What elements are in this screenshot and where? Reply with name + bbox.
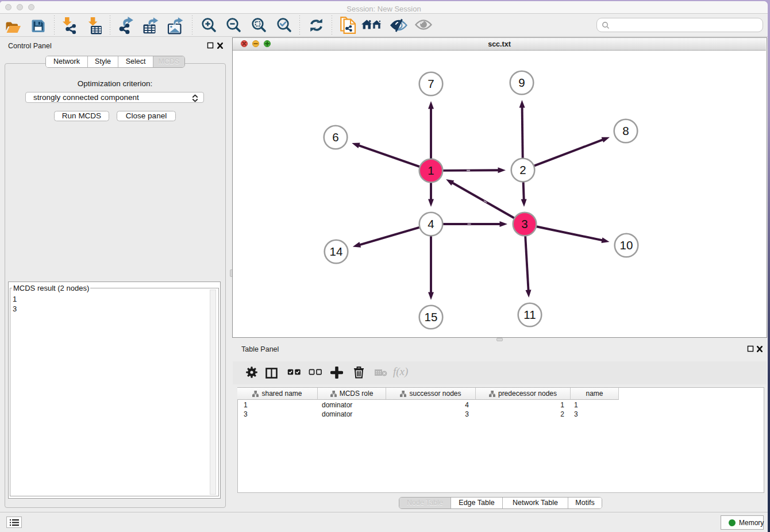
svg-text:15: 15	[425, 310, 438, 323]
svg-text:6: 6	[332, 130, 338, 144]
svg-text:9: 9	[518, 76, 525, 89]
svg-text:4: 4	[428, 217, 434, 230]
svg-text:14: 14	[330, 245, 343, 258]
svg-text:11: 11	[523, 308, 536, 321]
svg-text:3: 3	[521, 217, 528, 230]
svg-text:10: 10	[620, 238, 633, 252]
svg-text:7: 7	[428, 77, 434, 90]
svg-text:1: 1	[428, 164, 434, 177]
svg-text:8: 8	[622, 124, 629, 137]
svg-text:2: 2	[519, 163, 526, 176]
